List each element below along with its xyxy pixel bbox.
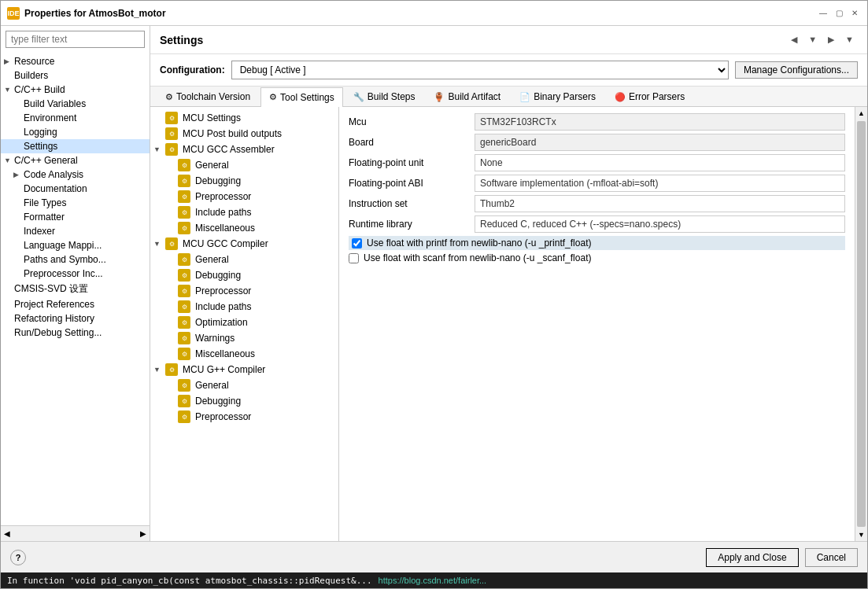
- sidebar-item-label: Documentation: [24, 183, 87, 194]
- runtime-label: Runtime library: [349, 219, 475, 230]
- prop-mcu: Mcu STM32F103RCTx: [349, 113, 845, 131]
- tab-label-error_parsers: Error Parsers: [629, 91, 685, 102]
- tab-tool_settings[interactable]: ⚙ Tool Settings: [260, 87, 343, 107]
- scroll-up-btn[interactable]: ▲: [855, 107, 867, 120]
- tab-label-build_steps: Build Steps: [368, 91, 416, 102]
- sidebar-item-run_debug[interactable]: Run/Debug Setting...: [1, 326, 150, 340]
- tab-label-tool_settings: Tool Settings: [280, 92, 334, 103]
- tool-tree-item-mcu_settings[interactable]: ⚙ MCU Settings: [150, 110, 338, 126]
- sidebar-item-project_references[interactable]: Project References: [1, 297, 150, 311]
- tab-build_artifact[interactable]: 🏺 Build Artifact: [425, 87, 509, 106]
- sidebar-item-refactoring_history[interactable]: Refactoring History: [1, 311, 150, 326]
- sidebar-item-paths_symbols[interactable]: Paths and Symbo...: [1, 252, 150, 267]
- sidebar-scroll-bottom: ◀ ▶: [1, 525, 150, 541]
- app-icon: IDE: [7, 7, 20, 20]
- sidebar-item-ccpp_build[interactable]: ▼ C/C++ Build: [1, 83, 150, 97]
- sidebar-item-resource[interactable]: ▶ Resource: [1, 54, 150, 68]
- manage-configs-button[interactable]: Manage Configurations...: [735, 61, 858, 79]
- tool-icon-gpp_debugging: ⚙: [178, 395, 190, 407]
- sidebar-item-build_variables[interactable]: Build Variables: [1, 97, 150, 111]
- minimize-button[interactable]: —: [817, 7, 829, 20]
- tool-tree-label-gcc_warnings: Warnings: [195, 333, 235, 344]
- sidebar-item-builders[interactable]: Builders: [1, 68, 150, 83]
- sidebar-item-environment[interactable]: Environment: [1, 111, 150, 125]
- forward-button[interactable]: ▶: [824, 32, 838, 47]
- scanf-float-checkbox[interactable]: [349, 253, 359, 263]
- tool-tree-item-gcc_optimization[interactable]: ⚙ Optimization: [150, 315, 338, 330]
- sidebar-item-label: CMSIS-SVD 设置: [14, 282, 88, 296]
- back-dropdown[interactable]: ▼: [804, 32, 821, 47]
- sidebar-item-cmsis_svd[interactable]: CMSIS-SVD 设置: [1, 281, 150, 297]
- sidebar-item-preprocessor_inc[interactable]: Preprocessor Inc...: [1, 267, 150, 281]
- tool-icon-mcu_post_build: ⚙: [165, 127, 178, 140]
- prop-fpu: Floating-point unit None: [349, 154, 845, 171]
- scroll-down-btn[interactable]: ▼: [855, 528, 867, 541]
- tool-tree-item-gcc_include_paths[interactable]: ⚙ Include paths: [150, 299, 338, 315]
- tool-tree-item-gpp_general[interactable]: ⚙ General: [150, 377, 338, 393]
- sidebar-item-documentation[interactable]: Documentation: [1, 182, 150, 196]
- scroll-right-btn[interactable]: ▶: [140, 529, 146, 538]
- sidebar-item-ccpp_general[interactable]: ▼ C/C++ General: [1, 153, 150, 167]
- tool-icon-gcc_preprocessor: ⚙: [178, 285, 190, 297]
- tool-tree-item-gcc_general[interactable]: ⚙ General: [150, 252, 338, 267]
- tool-tree-item-gpp_debugging[interactable]: ⚙ Debugging: [150, 393, 338, 409]
- tab-binary_parsers[interactable]: 📄 Binary Parsers: [511, 87, 604, 106]
- tool-tree-item-asm_preprocessor[interactable]: ⚙ Preprocessor: [150, 189, 338, 204]
- fpu-value: None: [475, 154, 845, 171]
- tab-toolchain_version[interactable]: ⚙ Toolchain Version: [157, 87, 259, 106]
- config-select[interactable]: Debug [ Active ]: [231, 61, 729, 79]
- tool_settings-icon: ⚙: [269, 92, 277, 102]
- scanf-float-row: Use float with scanf from newlib-nano (-…: [349, 250, 845, 266]
- tool-tree-item-gcc_preprocessor[interactable]: ⚙ Preprocessor: [150, 283, 338, 299]
- printf-float-checkbox[interactable]: [352, 238, 362, 248]
- tool-tree-item-gpp_preprocessor[interactable]: ⚙ Preprocessor: [150, 409, 338, 425]
- back-button[interactable]: ◀: [787, 32, 801, 47]
- sidebar-item-logging[interactable]: Logging: [1, 125, 150, 139]
- scroll-thumb[interactable]: [857, 121, 866, 527]
- tool-tree-label-mcu_gpp_compiler: MCU G++ Compiler: [183, 364, 265, 375]
- tab-error_parsers[interactable]: 🔴 Error Parsers: [606, 87, 693, 106]
- right-scrollbar: ▲ ▼: [855, 107, 867, 541]
- search-input[interactable]: [6, 31, 145, 48]
- sidebar-item-label: Code Analysis: [24, 169, 83, 180]
- tool-tree-item-asm_general[interactable]: ⚙ General: [150, 157, 338, 173]
- sidebar-item-label: Resource: [14, 56, 54, 67]
- apply-close-button[interactable]: Apply and Close: [706, 548, 798, 567]
- sidebar-item-formatter[interactable]: Formatter: [1, 210, 150, 224]
- sidebar-item-label: Paths and Symbo...: [24, 254, 106, 265]
- cancel-button[interactable]: Cancel: [805, 548, 858, 567]
- tool-tree-item-asm_debugging[interactable]: ⚙ Debugging: [150, 173, 338, 189]
- tool-tree-label-gcc_optimization: Optimization: [195, 317, 248, 328]
- sidebar-item-settings[interactable]: Settings: [1, 139, 150, 153]
- tool-tree-item-asm_miscellaneous[interactable]: ⚙ Miscellaneous: [150, 220, 338, 236]
- runtime-value: Reduced C, reduced C++ (--specs=nano.spe…: [475, 215, 845, 233]
- tool-icon-mcu_gcc_compiler: ⚙: [165, 237, 178, 250]
- forward-dropdown[interactable]: ▼: [841, 32, 858, 47]
- help-button[interactable]: ?: [10, 550, 26, 565]
- sidebar-item-code_analysis[interactable]: ▶ Code Analysis: [1, 167, 150, 182]
- nav-arrows: ◀ ▼ ▶ ▼: [787, 32, 858, 47]
- sidebar-item-indexer[interactable]: Indexer: [1, 224, 150, 238]
- tab-build_steps[interactable]: 🔧 Build Steps: [345, 87, 424, 106]
- mcu-label: Mcu: [349, 116, 475, 127]
- expand-arrow-mcu_gcc_compiler: ▼: [153, 240, 163, 248]
- sidebar-item-file_types[interactable]: File Types: [1, 196, 150, 210]
- tool-tree-item-mcu_post_build[interactable]: ⚙ MCU Post build outputs: [150, 126, 338, 142]
- tool-tree-item-gcc_warnings[interactable]: ⚙ Warnings: [150, 330, 338, 346]
- prop-instruction-set: Instruction set Thumb2: [349, 195, 845, 212]
- prop-runtime-lib: Runtime library Reduced C, reduced C++ (…: [349, 215, 845, 233]
- tool-icon-gcc_debugging: ⚙: [178, 269, 190, 282]
- sidebar-item-language_mapping[interactable]: Language Mappi...: [1, 238, 150, 252]
- maximize-button[interactable]: ▢: [833, 7, 845, 20]
- tool-tree-item-gcc_miscellaneous[interactable]: ⚙ Miscellaneous: [150, 346, 338, 362]
- tool-tree-item-mcu_gcc_assembler[interactable]: ▼ ⚙ MCU GCC Assembler: [150, 142, 338, 157]
- tool-tree-item-mcu_gcc_compiler[interactable]: ▼ ⚙ MCU GCC Compiler: [150, 236, 338, 252]
- scroll-left-btn[interactable]: ◀: [4, 529, 10, 538]
- tool-tree-label-asm_include_paths: Include paths: [195, 207, 251, 218]
- status-link: https://blog.csdn.net/fairler...: [379, 576, 487, 585]
- close-button[interactable]: ✕: [848, 7, 861, 20]
- prop-fp-abi: Floating-point ABI Software implementati…: [349, 175, 845, 192]
- tool-tree-item-asm_include_paths[interactable]: ⚙ Include paths: [150, 204, 338, 220]
- tool-tree-item-gcc_debugging[interactable]: ⚙ Debugging: [150, 267, 338, 283]
- tool-tree-item-mcu_gpp_compiler[interactable]: ▼ ⚙ MCU G++ Compiler: [150, 362, 338, 377]
